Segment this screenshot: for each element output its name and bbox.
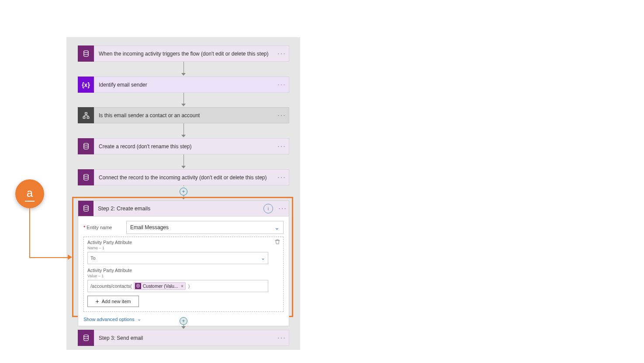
flow-connector (179, 325, 188, 329)
ap-value-input[interactable]: /accounts/contacts( Customer (Valu... × … (87, 280, 268, 292)
callout-bubble-a: a (15, 179, 44, 208)
flow-connector (179, 154, 188, 168)
show-advanced-label: Show advanced options (83, 317, 135, 322)
flow-step-identify-sender[interactable]: {x} Identify email sender ··· (78, 77, 289, 93)
flow-connector (179, 93, 188, 106)
step-label: Connect the record to the incoming activ… (99, 175, 275, 181)
database-icon (78, 138, 94, 154)
flow-connector (179, 185, 188, 186)
ap-name-label: Activity Party Attribute (87, 240, 280, 245)
add-new-item-label: Add new item (102, 299, 131, 304)
step-menu-button[interactable]: ··· (275, 50, 289, 58)
flow-step-create-emails[interactable]: Step 2: Create emails i ··· Entity name … (78, 200, 289, 326)
database-icon (78, 201, 93, 216)
step-label: Identify email sender (99, 82, 275, 88)
ap-value-sublabel: Value – 1 (87, 274, 280, 278)
ap-value-suffix: ) (188, 283, 190, 289)
token-label: Customer (Valu... (143, 283, 178, 289)
flow-step-connect-record[interactable]: Connect the record to the incoming activ… (78, 169, 289, 185)
show-advanced-options-link[interactable]: Show advanced options ⌄ (83, 316, 141, 322)
step-label: Step 3: Send email (99, 335, 275, 341)
callout-connector-v (29, 208, 30, 258)
callout-underline (25, 201, 35, 202)
entity-name-select[interactable]: Email Messages ⌄ (126, 221, 284, 234)
dynamic-token[interactable]: Customer (Valu... × (134, 282, 186, 290)
chevron-down-icon: ⌄ (274, 224, 280, 231)
activity-party-group: Activity Party Attribute Name – 1 To ⌄ A… (83, 237, 284, 312)
variable-icon: {x} (78, 77, 94, 93)
switch-icon (78, 107, 94, 123)
svg-rect-3 (87, 117, 89, 119)
plus-icon: + (96, 298, 99, 304)
chevron-down-icon: ⌄ (137, 316, 141, 322)
step-label: When the incoming activity triggers the … (99, 51, 275, 57)
add-step-button[interactable]: + (180, 317, 187, 325)
step-menu-button[interactable]: ··· (275, 112, 289, 119)
chevron-down-icon: ⌄ (261, 255, 265, 261)
database-icon (78, 169, 94, 185)
svg-rect-1 (85, 112, 87, 114)
svg-point-8 (83, 335, 88, 337)
database-icon (135, 283, 141, 289)
svg-point-4 (83, 143, 88, 145)
svg-point-0 (83, 50, 88, 52)
info-icon[interactable]: i (263, 204, 273, 213)
ap-value-prefix: /accounts/contacts( (90, 283, 132, 289)
flow-step-trigger[interactable]: When the incoming activity triggers the … (78, 45, 289, 62)
svg-point-6 (83, 205, 88, 207)
callout-arrowhead-icon (68, 255, 72, 260)
ap-name-value: To (90, 255, 96, 261)
callout-connector-h (29, 257, 68, 258)
ap-value-label: Activity Party Attribute (87, 268, 280, 273)
entity-name-value: Email Messages (130, 224, 169, 230)
token-remove-button[interactable]: × (181, 283, 184, 289)
step-menu-button[interactable]: ··· (275, 174, 289, 182)
svg-rect-2 (83, 117, 85, 119)
database-icon (78, 330, 94, 346)
step-label: Create a record (don't rename this step) (99, 143, 275, 150)
card-title: Step 2: Create emails (93, 206, 263, 212)
database-icon (78, 45, 94, 62)
step-label: Is this email sender a contact or an acc… (99, 112, 275, 119)
svg-point-5 (83, 174, 88, 176)
flow-connector (179, 123, 188, 137)
flow-step-switch[interactable]: Is this email sender a contact or an acc… (78, 107, 289, 123)
add-new-item-button[interactable]: + Add new item (87, 296, 139, 307)
flow-step-create-record[interactable]: Create a record (don't rename this step)… (78, 138, 289, 154)
flow-connector (179, 62, 188, 76)
step-menu-button[interactable]: ··· (275, 143, 289, 150)
entity-name-label: Entity name (83, 225, 126, 230)
flow-step-send-email[interactable]: Step 3: Send email ··· (78, 330, 289, 346)
step-menu-button[interactable]: ··· (275, 81, 289, 89)
delete-group-button[interactable] (274, 239, 280, 246)
callout-letter: a (27, 186, 33, 200)
ap-name-select[interactable]: To ⌄ (87, 252, 268, 264)
add-step-button[interactable]: + (180, 188, 187, 195)
step-menu-button[interactable]: ··· (277, 205, 289, 213)
svg-point-7 (137, 284, 139, 286)
step-menu-button[interactable]: ··· (275, 334, 289, 342)
ap-name-sublabel: Name – 1 (87, 246, 280, 250)
